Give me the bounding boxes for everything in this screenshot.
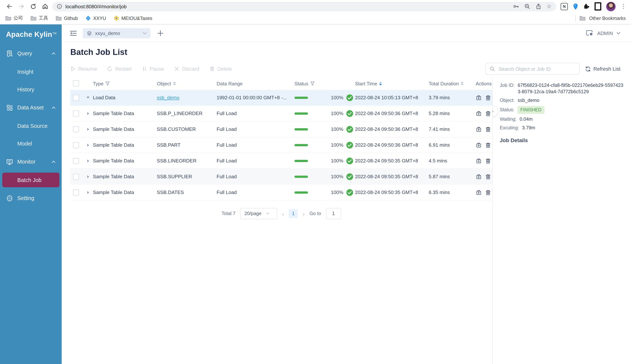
sort-icon[interactable] [461, 82, 464, 85]
select-all-checkbox[interactable] [73, 80, 79, 86]
notion-extension-icon[interactable]: N [561, 3, 568, 10]
filter-icon[interactable] [310, 81, 315, 86]
row-checkbox[interactable] [73, 142, 79, 148]
avatar[interactable] [606, 2, 616, 11]
table-row-ssb-supplier[interactable]: Sample Table Data SSB.SUPPLIER Full Load… [70, 169, 492, 185]
search-input[interactable] [498, 66, 575, 72]
menu-kebab-icon[interactable]: ⋮ [620, 4, 626, 10]
bookmark-xxyu[interactable]: XXYU [85, 16, 106, 21]
diagnosis-icon[interactable] [476, 174, 482, 180]
share-icon[interactable] [535, 4, 541, 10]
delete-icon[interactable] [485, 142, 491, 148]
cell-object: SSB.CUSTOMER [157, 126, 216, 132]
url-bar[interactable]: localhost:8080/#/monitor/job ☆ [52, 2, 556, 11]
sidebar-section-data-asset[interactable]: Data Asset [0, 98, 62, 117]
expand-caret[interactable] [83, 191, 93, 194]
cell-actions [476, 94, 492, 100]
table-row-ssb-customer[interactable]: Sample Table Data SSB.CUSTOMER Full Load… [70, 122, 492, 137]
cell-status: 100% [294, 141, 355, 149]
sidebar-item-model[interactable]: Model [0, 134, 62, 152]
cell-start-time: 2022-08-24 09:50:35 GMT+8 [355, 190, 429, 195]
filter-icon[interactable] [105, 81, 110, 86]
delete-icon[interactable] [485, 189, 491, 195]
expand-caret[interactable] [83, 159, 93, 162]
pause-button[interactable]: Pause [142, 66, 164, 72]
diagnosis-icon[interactable] [476, 126, 482, 132]
back-icon[interactable] [6, 3, 13, 10]
chevron-down-icon [616, 32, 620, 34]
sidebar-item-batch-job[interactable]: Batch Job [2, 172, 60, 187]
puzzle-extension-icon[interactable] [583, 3, 590, 10]
reload-icon[interactable] [30, 3, 36, 10]
delete-button[interactable]: Delete [210, 66, 232, 72]
object-link[interactable]: ssb_demo [157, 95, 179, 100]
row-checkbox[interactable] [73, 126, 79, 132]
expand-caret[interactable] [83, 175, 93, 178]
diagnosis-icon[interactable] [476, 189, 482, 195]
expand-caret[interactable] [83, 97, 93, 98]
sidebar-section-setting[interactable]: Setting [0, 189, 62, 208]
pin-extension-icon[interactable] [573, 3, 578, 10]
folder-icon [579, 16, 585, 21]
search-box[interactable] [486, 63, 580, 75]
sidebar-item-history[interactable]: History [0, 80, 62, 98]
resume-button[interactable]: Resume [70, 66, 97, 72]
home-icon[interactable] [42, 3, 48, 10]
sidebar-item-data-source[interactable]: Data Source [0, 117, 62, 134]
current-page[interactable]: 1 [289, 209, 298, 218]
diagnosis-icon[interactable] [476, 158, 482, 164]
sort-icon-active[interactable] [379, 82, 382, 85]
expand-caret[interactable] [83, 112, 93, 115]
row-checkbox[interactable] [73, 158, 79, 164]
forward-icon[interactable] [18, 3, 25, 10]
discard-button[interactable]: Discard [174, 66, 199, 72]
site-info-icon[interactable] [57, 4, 62, 9]
table-header: Type Object Data Range Status Start Time… [70, 77, 492, 90]
row-checkbox[interactable] [73, 110, 79, 116]
diagnosis-icon[interactable] [476, 94, 482, 100]
expand-caret[interactable] [83, 128, 93, 131]
table-row-ssb-lineorder[interactable]: Sample Table Data SSB.LINEORDER Full Loa… [70, 153, 492, 169]
project-selector[interactable]: xxyu_demo [83, 28, 150, 38]
delete-icon[interactable] [485, 126, 491, 132]
page-size-select[interactable]: 20/page [240, 208, 277, 219]
delete-icon[interactable] [485, 110, 491, 116]
cell-object: SSB.DATES [157, 190, 216, 195]
delete-icon[interactable] [485, 174, 491, 180]
zoom-out-icon[interactable] [524, 4, 530, 10]
diagnosis-icon[interactable] [476, 110, 482, 116]
password-key-icon[interactable] [513, 4, 519, 10]
collapse-panel-handle[interactable]: › [492, 106, 498, 116]
admin-console-icon[interactable] [586, 30, 594, 36]
delete-icon[interactable] [485, 158, 491, 164]
collapse-sidebar-icon[interactable] [70, 30, 77, 36]
table-row-ssb-demo[interactable]: Load Data ssb_demo 1992-01-01 00:00:00 G… [70, 90, 492, 106]
sidebar-section-monitor[interactable]: Monitor [0, 152, 62, 171]
sidebar-section-query[interactable]: Query [0, 44, 62, 63]
goto-page-input[interactable] [326, 208, 341, 219]
row-checkbox[interactable] [73, 189, 79, 195]
bookmark-meiou-taxes[interactable]: MEIOU&Taxes [114, 16, 152, 21]
row-checkbox[interactable] [73, 94, 79, 100]
bookmark-github[interactable]: Github [56, 16, 78, 21]
reader-extension-icon[interactable] [594, 2, 601, 10]
add-project-button[interactable] [157, 30, 164, 36]
sort-icon[interactable] [173, 82, 176, 85]
bookmark-[interactable]: 工具 [30, 15, 48, 22]
diagnosis-icon[interactable] [476, 142, 482, 148]
bookmark-star-icon[interactable]: ☆ [546, 3, 552, 10]
table-row-ssb-p-lineorder[interactable]: Sample Table Data SSB.P_LINEORDER Full L… [70, 106, 492, 122]
table-row-ssb-part[interactable]: Sample Table Data SSB.PART Full Load 100… [70, 137, 492, 153]
prev-page-button[interactable]: ‹ [282, 211, 284, 216]
delete-icon[interactable] [485, 94, 491, 100]
expand-caret[interactable] [83, 144, 93, 146]
user-menu[interactable]: ADMIN [586, 30, 620, 36]
refresh-list-button[interactable]: Refresh List [585, 66, 620, 72]
next-page-button[interactable]: › [303, 211, 304, 216]
bookmark-[interactable]: 公司 [5, 15, 23, 22]
other-bookmarks[interactable]: Other Bookmarks [589, 16, 626, 21]
row-checkbox[interactable] [73, 174, 79, 180]
restart-button[interactable]: Restart [107, 66, 132, 72]
table-row-ssb-dates[interactable]: Sample Table Data SSB.DATES Full Load 10… [70, 185, 492, 200]
sidebar-item-insight[interactable]: Insight [0, 63, 62, 80]
